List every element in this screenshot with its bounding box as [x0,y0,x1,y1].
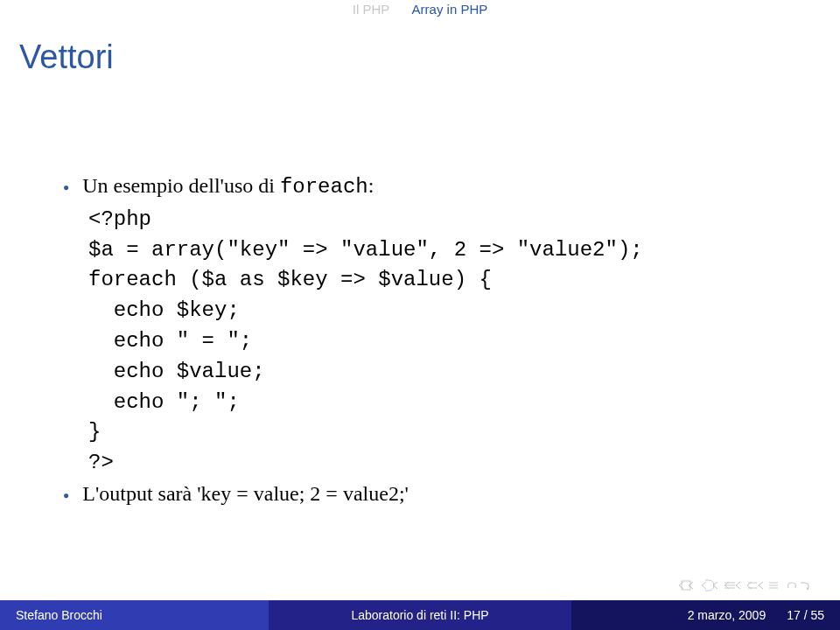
nav-prev-icon[interactable] [699,579,718,592]
breadcrumb: Il PHP Array in PHP [0,0,840,17]
footer-title: Laboratorio di reti II: PHP [269,600,572,630]
nav-back-icon[interactable] [722,579,741,592]
bullet-icon: ● [63,488,69,503]
list-item: ● Un esempio dell'uso di foreach: [63,171,788,203]
bullet-text: L'output sarà 'key = value; 2 = value2;' [82,479,409,509]
bullet-icon: ● [63,180,69,195]
nav-forward-icon[interactable] [745,579,764,592]
footer-author: Stefano Brocchi [0,600,269,630]
nav-first-icon[interactable] [676,579,696,592]
page-number: 17 / 55 [787,608,824,622]
code-block: <?php $a = array("key" => "value", 2 => … [88,205,788,479]
page-title: Vettori [19,38,114,76]
svg-point-9 [807,588,808,590]
footer: Stefano Brocchi Laboratorio di reti II: … [0,600,840,630]
section-active: Array in PHP [412,2,488,17]
footer-right: 2 marzo, 2009 17 / 55 [571,600,840,630]
nav-undo-icon[interactable] [785,579,811,592]
nav-controls [676,579,811,592]
section-dimmed: Il PHP [353,2,390,17]
nav-menu-icon[interactable] [767,579,781,592]
main-content: ● Un esempio dell'uso di foreach: <?php … [63,171,788,511]
list-item: ● L'output sarà 'key = value; 2 = value2… [63,479,788,509]
bullet-text: Un esempio dell'uso di foreach: [82,171,374,203]
